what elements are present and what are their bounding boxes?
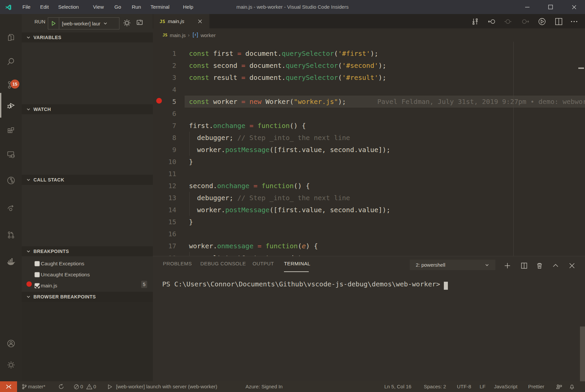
checkbox-checked[interactable] bbox=[34, 283, 40, 288]
formatter-label[interactable]: Prettier bbox=[528, 381, 544, 392]
launch-config-dropdown[interactable]: [web-worker] laur bbox=[48, 17, 119, 29]
breakpoint-caught-exceptions[interactable]: Caught Exceptions bbox=[22, 258, 153, 269]
accounts-icon[interactable] bbox=[7, 339, 15, 348]
open-changes-icon[interactable] bbox=[471, 17, 479, 26]
chevron-down-icon bbox=[485, 263, 489, 267]
explorer-icon[interactable] bbox=[7, 33, 15, 42]
minimize-button[interactable] bbox=[517, 0, 537, 14]
git-branch-label[interactable]: master* bbox=[28, 381, 45, 392]
overview-ruler-mark bbox=[578, 68, 584, 69]
symbol-event-icon bbox=[192, 32, 198, 38]
maximize-button[interactable] bbox=[541, 0, 561, 14]
docker-icon[interactable] bbox=[7, 257, 15, 266]
debug-settings-gear-icon[interactable] bbox=[122, 18, 131, 27]
kill-terminal-icon[interactable] bbox=[535, 261, 544, 270]
menu-file[interactable]: File bbox=[22, 0, 30, 14]
new-terminal-icon[interactable] bbox=[503, 261, 512, 270]
encoding-label[interactable]: UTF-8 bbox=[457, 381, 471, 392]
menu-terminal[interactable]: Terminal bbox=[151, 0, 170, 14]
errors-count[interactable]: 0 bbox=[80, 381, 83, 392]
tab-mainjs[interactable]: JS main.js bbox=[153, 14, 209, 28]
remote-explorer-icon[interactable] bbox=[7, 150, 15, 159]
editor-tab-bar: JS main.js bbox=[153, 14, 585, 28]
status-bar: master* 0 0 [web-worker] launch with ser… bbox=[0, 381, 585, 392]
close-panel-icon[interactable] bbox=[568, 261, 576, 270]
panel-tab-debug-console[interactable]: DEBUG CONSOLE bbox=[200, 261, 246, 266]
launch-config-label: [web-worker] laur bbox=[62, 21, 100, 26]
close-tab-icon[interactable] bbox=[198, 19, 202, 24]
section-watch[interactable]: WATCH bbox=[22, 104, 153, 114]
section-breakpoints[interactable]: BREAKPOINTS bbox=[22, 246, 153, 256]
title-bar: File Edit Selection View Go Run Terminal… bbox=[0, 0, 585, 14]
warnings-count[interactable]: 0 bbox=[93, 381, 96, 392]
menu-help[interactable]: Help bbox=[183, 0, 193, 14]
split-editor-icon[interactable] bbox=[554, 17, 563, 26]
extensions-icon[interactable] bbox=[7, 127, 15, 135]
section-variables[interactable]: VARIABLES bbox=[22, 32, 153, 42]
sync-icon[interactable] bbox=[57, 382, 66, 391]
remote-indicator[interactable] bbox=[0, 381, 17, 392]
source-control-badge: 15 bbox=[10, 80, 19, 89]
run-label: RUN bbox=[34, 19, 45, 24]
notifications-bell-icon[interactable] bbox=[568, 382, 576, 391]
maximize-panel-icon[interactable] bbox=[551, 261, 560, 270]
close-window-button[interactable] bbox=[564, 0, 584, 14]
errors-icon[interactable] bbox=[72, 382, 81, 391]
run-debug-icon[interactable] bbox=[7, 101, 15, 110]
eol-label[interactable]: LF bbox=[480, 381, 486, 392]
breakpoint-uncaught-exceptions[interactable]: Uncaught Exceptions bbox=[22, 269, 153, 280]
bottom-panel: PROBLEMS DEBUG CONSOLE OUTPUT TERMINAL 2… bbox=[153, 256, 585, 381]
breakpoint-mainjs[interactable]: main.js 5 bbox=[22, 280, 153, 291]
debug-launch-label[interactable]: [web-worker] launch with server (web-wor… bbox=[116, 381, 217, 392]
panel-tab-terminal[interactable]: TERMINAL bbox=[284, 261, 310, 266]
warnings-icon[interactable] bbox=[85, 382, 94, 391]
pull-request-icon[interactable] bbox=[7, 231, 15, 239]
terminal-scrollbar[interactable] bbox=[580, 326, 585, 382]
sidebar-empty-area bbox=[22, 302, 153, 381]
chevron-down-icon bbox=[103, 21, 108, 26]
terminal-prompt[interactable]: PS C:\Users\Connor\Documents\Github\vsco… bbox=[162, 280, 440, 288]
indentation-label[interactable]: Spaces: 2 bbox=[424, 381, 446, 392]
code-editor[interactable]: 123456789101112131415161718 const first … bbox=[153, 42, 585, 256]
cursor-position[interactable]: Ln 5, Col 16 bbox=[384, 381, 411, 392]
javascript-file-icon: JS bbox=[163, 33, 167, 37]
menu-run[interactable]: Run bbox=[132, 0, 141, 14]
liveshare-icon[interactable] bbox=[7, 204, 15, 213]
section-browser-breakpoints[interactable]: BROWSER BREAKPOINTS bbox=[22, 292, 153, 302]
panel-tab-output[interactable]: OUTPUT bbox=[253, 261, 274, 266]
menu-selection[interactable]: Selection bbox=[58, 0, 79, 14]
language-label[interactable]: JavaScript bbox=[494, 381, 517, 392]
terminal-selector-dropdown[interactable]: 2: powershell bbox=[410, 260, 495, 270]
menu-go[interactable]: Go bbox=[114, 0, 121, 14]
line-numbers: 123456789101112131415161718 bbox=[153, 47, 176, 256]
vscode-insiders-logo bbox=[5, 4, 12, 11]
terminal-cursor bbox=[444, 282, 448, 290]
run-profile-icon[interactable] bbox=[538, 17, 546, 26]
settings-gear-icon[interactable] bbox=[7, 361, 15, 369]
breadcrumb-file[interactable]: main.js bbox=[170, 32, 186, 38]
javascript-file-icon: JS bbox=[160, 19, 165, 24]
more-actions-icon[interactable] bbox=[570, 17, 578, 26]
step-back-icon[interactable] bbox=[487, 17, 496, 26]
gitlens-icon[interactable] bbox=[7, 176, 15, 185]
debug-launch-icon[interactable] bbox=[105, 382, 114, 391]
search-icon[interactable] bbox=[7, 57, 15, 66]
feedback-icon[interactable] bbox=[555, 382, 563, 391]
menu-edit[interactable]: Edit bbox=[40, 0, 49, 14]
start-debug-button[interactable] bbox=[48, 18, 59, 29]
azure-signin-label[interactable]: Azure: Signed In bbox=[246, 381, 283, 392]
breadcrumb[interactable]: JS main.js › worker bbox=[153, 28, 585, 42]
step-forward-icon[interactable] bbox=[521, 17, 529, 26]
menu-view[interactable]: View bbox=[93, 0, 104, 14]
breadcrumb-symbol[interactable]: worker bbox=[201, 32, 216, 38]
checkbox-unchecked[interactable] bbox=[34, 261, 40, 266]
git-branch-icon[interactable] bbox=[20, 382, 29, 391]
window-title: main.js - web-worker - Visual Studio Cod… bbox=[236, 0, 349, 14]
panel-tab-problems[interactable]: PROBLEMS bbox=[163, 261, 192, 266]
split-terminal-icon[interactable] bbox=[520, 261, 528, 270]
checkbox-unchecked[interactable] bbox=[34, 272, 40, 277]
chevron-right-icon: › bbox=[188, 32, 190, 38]
section-call-stack[interactable]: CALL STACK bbox=[22, 175, 153, 185]
debug-console-icon[interactable] bbox=[135, 18, 144, 27]
reverse-continue-icon[interactable] bbox=[503, 17, 512, 26]
